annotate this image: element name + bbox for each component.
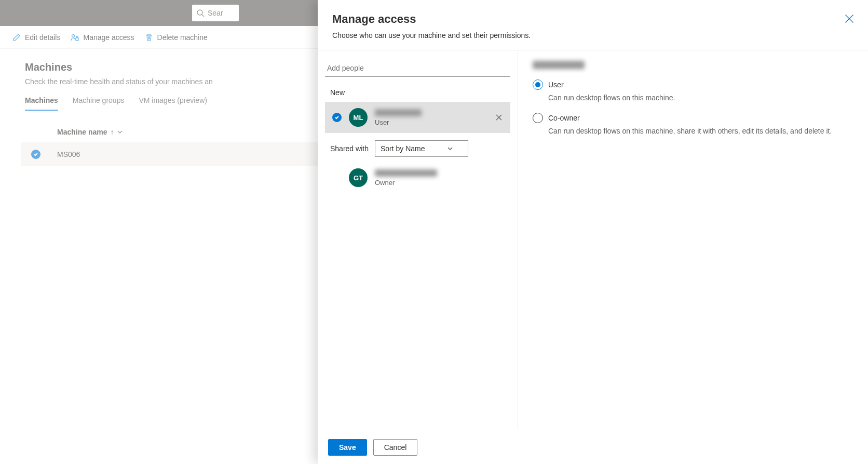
shared-with-header: Shared with Sort by Name: [325, 133, 510, 162]
permission-option-coowner[interactable]: Co-owner Can run desktop flows on this m…: [533, 113, 853, 137]
avatar: ML: [349, 108, 368, 127]
person-card-shared[interactable]: GT Owner: [325, 162, 510, 193]
person-check-icon[interactable]: [332, 113, 342, 122]
perm-label-user: User: [548, 81, 564, 89]
section-new-label: New: [325, 86, 510, 102]
perm-label-coowner: Co-owner: [548, 114, 580, 122]
perm-desc-coowner: Can run desktop flows on this machine, s…: [533, 126, 853, 137]
sort-value: Sort by Name: [381, 144, 425, 153]
chevron-down-icon: [447, 145, 453, 152]
panel-footer: Save Cancel: [318, 430, 868, 464]
avatar: GT: [349, 168, 368, 187]
panel-right-column: User Can run desktop flows on this machi…: [518, 50, 868, 430]
close-icon: [844, 14, 855, 24]
person-role: User: [375, 118, 487, 126]
radio-user[interactable]: [533, 79, 543, 90]
manage-access-panel: Manage access Choose who can use your ma…: [318, 0, 868, 464]
close-button[interactable]: [844, 14, 855, 24]
panel-subtitle: Choose who can use your machine and set …: [332, 31, 853, 39]
cancel-button[interactable]: Cancel: [373, 439, 418, 456]
panel-header: Manage access Choose who can use your ma…: [318, 0, 868, 50]
x-icon: [495, 113, 503, 122]
radio-coowner[interactable]: [533, 113, 543, 123]
permissions-title-redacted: [533, 61, 585, 69]
person-name-redacted: [375, 169, 437, 177]
panel-left-column: New ML User Shared with Sort by N: [318, 50, 518, 430]
shared-with-label: Shared with: [330, 144, 369, 153]
panel-title: Manage access: [332, 12, 853, 26]
person-card-new[interactable]: ML User: [325, 102, 510, 133]
panel-body: New ML User Shared with Sort by N: [318, 50, 868, 430]
save-button[interactable]: Save: [328, 439, 367, 456]
person-info: User: [375, 109, 487, 126]
remove-person-button[interactable]: [495, 113, 503, 122]
permission-option-user[interactable]: User Can run desktop flows on this machi…: [533, 79, 853, 103]
person-info: Owner: [375, 169, 503, 187]
person-name-redacted: [375, 109, 422, 116]
perm-desc-user: Can run desktop flows on this machine.: [533, 93, 853, 103]
person-role: Owner: [375, 179, 503, 187]
sort-dropdown[interactable]: Sort by Name: [375, 140, 468, 157]
add-people-input[interactable]: [325, 60, 510, 77]
